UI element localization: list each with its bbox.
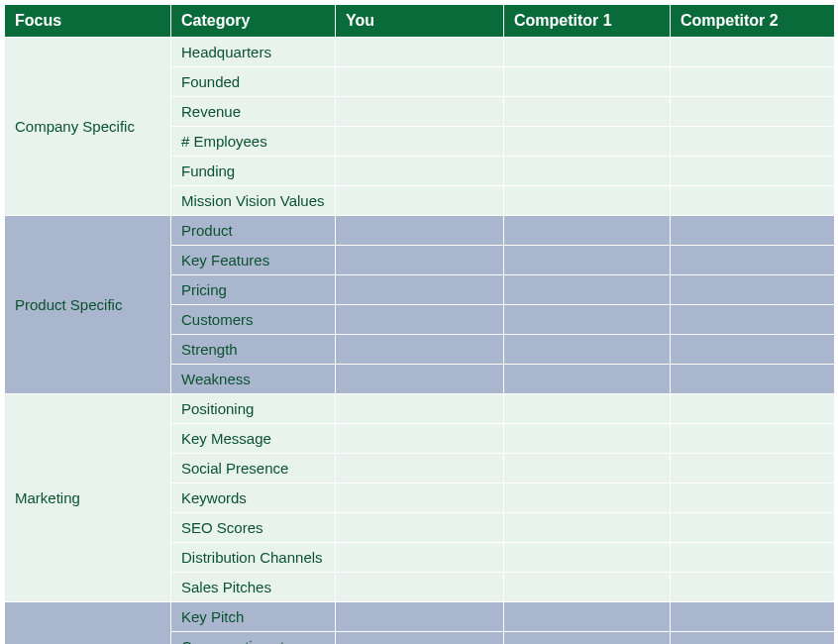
comp1-cell	[504, 602, 671, 632]
category-cell: Distribution Channels	[171, 543, 336, 573]
comp2-cell	[671, 246, 835, 275]
table-row: How to WinKey Pitch	[5, 602, 835, 632]
comp1-cell	[504, 157, 671, 186]
focus-cell: Company Specific	[5, 38, 171, 216]
comp1-cell	[504, 305, 671, 335]
comp2-cell	[671, 335, 835, 365]
category-cell: Conversations to avoid	[171, 632, 336, 645]
you-cell	[336, 335, 504, 365]
comp2-cell	[671, 543, 835, 573]
you-cell	[336, 67, 504, 97]
comp1-cell	[504, 246, 671, 275]
comp2-cell	[671, 216, 835, 246]
you-cell	[336, 246, 504, 275]
category-cell: Revenue	[171, 97, 336, 127]
category-cell: Weakness	[171, 365, 336, 394]
you-cell	[336, 513, 504, 543]
comp2-cell	[671, 424, 835, 454]
comp2-cell	[671, 38, 835, 67]
table-row: MarketingPositioning	[5, 394, 835, 424]
table-row: Company SpecificHeadquarters	[5, 38, 835, 67]
category-cell: Funding	[171, 157, 336, 186]
comp2-cell	[671, 483, 835, 513]
focus-cell: Product Specific	[5, 216, 171, 394]
comp1-cell	[504, 335, 671, 365]
you-cell	[336, 573, 504, 602]
comp2-cell	[671, 127, 835, 157]
category-cell: Key Pitch	[171, 602, 336, 632]
category-cell: Mission Vision Values	[171, 186, 336, 216]
you-cell	[336, 38, 504, 67]
comp2-cell	[671, 454, 835, 483]
you-cell	[336, 602, 504, 632]
category-cell: Customers	[171, 305, 336, 335]
table-row: Product SpecificProduct	[5, 216, 835, 246]
comp1-cell	[504, 424, 671, 454]
comp2-cell	[671, 573, 835, 602]
category-cell: Key Features	[171, 246, 336, 275]
category-cell: Founded	[171, 67, 336, 97]
comp1-cell	[504, 573, 671, 602]
header-comp1: Competitor 1	[504, 5, 671, 38]
header-you: You	[336, 5, 504, 38]
comp1-cell	[504, 186, 671, 216]
you-cell	[336, 97, 504, 127]
comp1-cell	[504, 275, 671, 305]
comp1-cell	[504, 483, 671, 513]
comp2-cell	[671, 365, 835, 394]
header-comp2: Competitor 2	[671, 5, 835, 38]
comp2-cell	[671, 305, 835, 335]
comp1-cell	[504, 38, 671, 67]
comp2-cell	[671, 513, 835, 543]
comp1-cell	[504, 394, 671, 424]
focus-cell: How to Win	[5, 602, 171, 645]
you-cell	[336, 632, 504, 645]
category-cell: SEO Scores	[171, 513, 336, 543]
you-cell	[336, 275, 504, 305]
comp2-cell	[671, 632, 835, 645]
category-cell: Pricing	[171, 275, 336, 305]
comp2-cell	[671, 97, 835, 127]
comp1-cell	[504, 454, 671, 483]
comp1-cell	[504, 216, 671, 246]
header-focus: Focus	[5, 5, 171, 38]
you-cell	[336, 157, 504, 186]
you-cell	[336, 483, 504, 513]
you-cell	[336, 424, 504, 454]
comp1-cell	[504, 632, 671, 645]
you-cell	[336, 305, 504, 335]
table-body: Company SpecificHeadquartersFoundedReven…	[5, 38, 835, 645]
comp2-cell	[671, 602, 835, 632]
you-cell	[336, 186, 504, 216]
you-cell	[336, 543, 504, 573]
you-cell	[336, 454, 504, 483]
comp1-cell	[504, 365, 671, 394]
you-cell	[336, 365, 504, 394]
comp1-cell	[504, 513, 671, 543]
header-category: Category	[171, 5, 336, 38]
comp1-cell	[504, 543, 671, 573]
comp2-cell	[671, 275, 835, 305]
you-cell	[336, 394, 504, 424]
you-cell	[336, 216, 504, 246]
category-cell: Social Presence	[171, 454, 336, 483]
comp2-cell	[671, 186, 835, 216]
category-cell: Keywords	[171, 483, 336, 513]
comp1-cell	[504, 97, 671, 127]
table-header-row: Focus Category You Competitor 1 Competit…	[5, 5, 835, 38]
category-cell: Product	[171, 216, 336, 246]
category-cell: Positioning	[171, 394, 336, 424]
you-cell	[336, 127, 504, 157]
comp2-cell	[671, 67, 835, 97]
category-cell: Headquarters	[171, 38, 336, 67]
focus-cell: Marketing	[5, 394, 171, 602]
comp1-cell	[504, 127, 671, 157]
comp1-cell	[504, 67, 671, 97]
category-cell: # Employees	[171, 127, 336, 157]
comp2-cell	[671, 157, 835, 186]
competitor-analysis-table: Focus Category You Competitor 1 Competit…	[4, 4, 835, 644]
category-cell: Strength	[171, 335, 336, 365]
category-cell: Key Message	[171, 424, 336, 454]
category-cell: Sales Pitches	[171, 573, 336, 602]
comp2-cell	[671, 394, 835, 424]
